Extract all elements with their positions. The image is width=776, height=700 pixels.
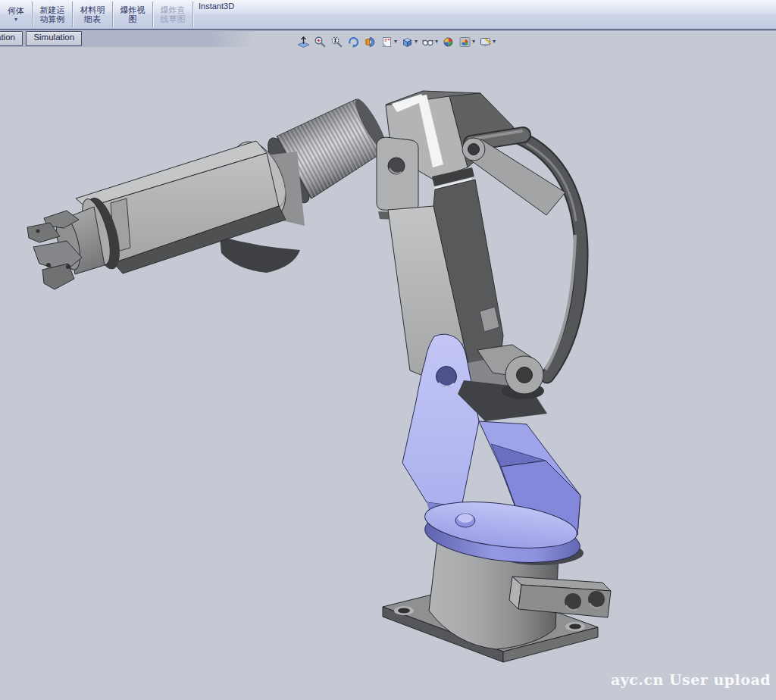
tab-partial-ation[interactable]: ation <box>0 31 23 46</box>
explode-line-sketch-button[interactable]: 爆炸直 线草图 <box>153 0 192 29</box>
chevron-down-icon: ▾ <box>493 39 496 45</box>
rotate-view-button[interactable] <box>346 35 361 49</box>
button-label: 爆炸直 <box>161 5 186 15</box>
button-label: 线草图 <box>161 14 186 24</box>
apply-scene-button[interactable]: ▾ <box>458 35 476 49</box>
command-manager-toolbar: 何体 ▾ 新建运 动算例 材料明 细表 爆炸视 图 爆炸直 线草图 Instan… <box>0 0 776 30</box>
chevron-down-icon: ▾ <box>14 17 17 23</box>
watermark: ayc.cn User upload <box>611 671 771 688</box>
reference-geometry-button[interactable]: 何体 ▾ <box>0 0 32 29</box>
button-label: Instant3D <box>199 2 234 11</box>
view-orientation-icon <box>380 36 393 48</box>
view-settings-icon <box>479 36 492 48</box>
heads-up-view-toolbar: ▾ ▾ ▾ <box>296 33 496 50</box>
view-orientation-button[interactable]: ▾ <box>380 35 398 49</box>
display-style-button[interactable]: ▾ <box>400 35 418 49</box>
zoom-in-out-icon <box>330 36 343 48</box>
display-style-icon <box>401 36 414 48</box>
hide-show-items-icon <box>421 36 434 48</box>
solidworks-window: { "toolbar": { "buttons": [ {"name": "re… <box>0 0 776 700</box>
zoom-in-out-button[interactable] <box>330 35 344 49</box>
chevron-down-icon: ▾ <box>415 39 418 45</box>
new-motion-study-button[interactable]: 新建运 动算例 <box>33 0 72 29</box>
command-manager-tab-bar: ation Simulation <box>0 30 255 47</box>
bill-of-materials-button[interactable]: 材料明 细表 <box>73 0 112 29</box>
button-label: 新建运 <box>40 5 65 15</box>
zoom-to-area-icon <box>314 36 327 48</box>
hide-show-items-button[interactable]: ▾ <box>421 35 439 49</box>
button-label: 爆炸视 <box>120 5 146 15</box>
edit-appearance-icon <box>442 36 455 48</box>
zoom-to-area-button[interactable] <box>313 35 327 49</box>
reference-geometry-label: 何体 <box>8 6 24 16</box>
button-label: 动算例 <box>40 14 65 24</box>
section-view-button[interactable] <box>363 35 377 49</box>
exploded-view-button[interactable]: 爆炸视 图 <box>113 0 152 29</box>
view-settings-button[interactable]: ▾ <box>478 35 496 49</box>
button-label: 材料明 <box>80 5 105 15</box>
button-label: 细表 <box>84 14 101 24</box>
zoom-to-fit-icon <box>297 36 310 48</box>
instant3d-button[interactable]: Instant3D <box>193 0 249 29</box>
chevron-down-icon: ▾ <box>435 39 438 45</box>
section-view-icon <box>364 36 377 48</box>
zoom-to-fit-button[interactable] <box>296 35 311 49</box>
chevron-down-icon: ▾ <box>472 39 475 45</box>
apply-scene-icon <box>458 36 471 48</box>
edit-appearance-button[interactable] <box>441 35 455 49</box>
viewport-3d[interactable] <box>0 0 776 700</box>
chevron-down-icon: ▾ <box>394 39 397 45</box>
button-label: 图 <box>129 14 137 24</box>
tab-simulation[interactable]: Simulation <box>26 31 82 46</box>
rotate-view-icon <box>347 36 360 48</box>
